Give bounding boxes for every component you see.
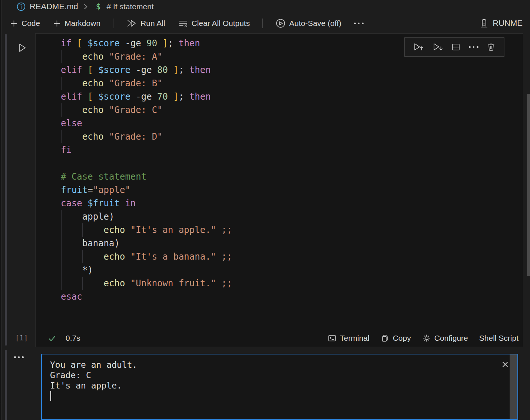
add-code-label: Code: [21, 19, 40, 28]
notebook-scrollbar[interactable]: [527, 94, 530, 276]
toolbar-divider: [113, 19, 113, 28]
run-all-label: Run All: [140, 19, 165, 28]
window-left-edge-tick: [0, 403, 3, 403]
output-terminal[interactable]: You are an adult.Grade: CIt's an apple.: [41, 354, 518, 420]
cell-status-bar: 0.7s Terminal: [36, 330, 523, 347]
output-more-icon[interactable]: [14, 356, 24, 358]
language-indicator[interactable]: Shell Script: [479, 334, 519, 343]
copy-button[interactable]: Copy: [381, 334, 411, 343]
run-all-button[interactable]: Run All: [126, 19, 165, 28]
terminal-scrollbar[interactable]: [510, 354, 517, 419]
split-cell-icon[interactable]: [451, 42, 461, 52]
runme-label: RUNME: [493, 19, 523, 28]
cell-more-icon[interactable]: [469, 46, 478, 48]
run-cell-button[interactable]: [16, 41, 28, 54]
code-content[interactable]: if [ $score -ge 90 ]; then echo "Grade: …: [61, 37, 232, 303]
configure-label: Configure: [434, 334, 468, 343]
auto-save-icon: [275, 18, 286, 29]
breadcrumb-file[interactable]: README.md: [30, 2, 78, 11]
notebook-toolbar: Code Markdown Run All Clear All Outputs: [0, 13, 530, 33]
run-all-icon: [126, 19, 137, 28]
cell-toolbar: [404, 37, 504, 57]
success-check-icon: [47, 334, 57, 343]
close-output-icon[interactable]: [501, 360, 509, 369]
info-icon[interactable]: [16, 2, 26, 11]
auto-save-toggle[interactable]: Auto-Save (off): [275, 18, 341, 29]
breadcrumb-section[interactable]: # If statement: [106, 2, 153, 11]
terminal-button[interactable]: Terminal: [328, 334, 369, 343]
output-focus-indicator: [5, 350, 7, 420]
terminal-output-text: You are an adult.Grade: CIt's an apple.: [50, 360, 137, 391]
clear-outputs-icon: [178, 19, 188, 28]
execute-below-icon[interactable]: [432, 42, 443, 52]
window-left-edge-border: [1, 0, 1, 420]
terminal-icon: [328, 334, 337, 343]
add-markdown-cell-button[interactable]: Markdown: [53, 19, 100, 28]
cell-editor[interactable]: if [ $score -ge 90 ]; then echo "Grade: …: [35, 33, 523, 347]
copy-label: Copy: [393, 334, 411, 343]
terminal-label: Terminal: [340, 334, 369, 343]
plus-icon: [53, 19, 61, 28]
breadcrumb-symbol[interactable]: $: [96, 2, 101, 11]
copy-icon: [381, 334, 390, 343]
clear-all-outputs-button[interactable]: Clear All Outputs: [178, 19, 250, 28]
add-markdown-label: Markdown: [64, 19, 100, 28]
delete-cell-icon[interactable]: [486, 42, 496, 52]
auto-save-label: Auto-Save (off): [289, 19, 341, 28]
breadcrumb: README.md $ # If statement: [0, 0, 530, 13]
plus-icon: [10, 19, 18, 28]
chevron-right-icon: [82, 3, 89, 11]
execute-above-icon[interactable]: [413, 42, 424, 52]
execution-count: [1]: [15, 334, 28, 342]
add-code-cell-button[interactable]: Code: [10, 19, 40, 28]
cell-focus-indicator: [5, 34, 7, 346]
execution-duration: 0.7s: [66, 334, 80, 343]
gear-icon: [422, 334, 431, 343]
toolbar-more-icon[interactable]: [354, 23, 364, 24]
terminal-cursor: [50, 391, 51, 401]
runme-icon: [479, 18, 489, 29]
clear-all-outputs-label: Clear All Outputs: [192, 19, 250, 28]
toolbar-divider: [262, 19, 263, 28]
configure-button[interactable]: Configure: [422, 334, 468, 343]
runme-brand[interactable]: RUNME: [479, 18, 523, 29]
